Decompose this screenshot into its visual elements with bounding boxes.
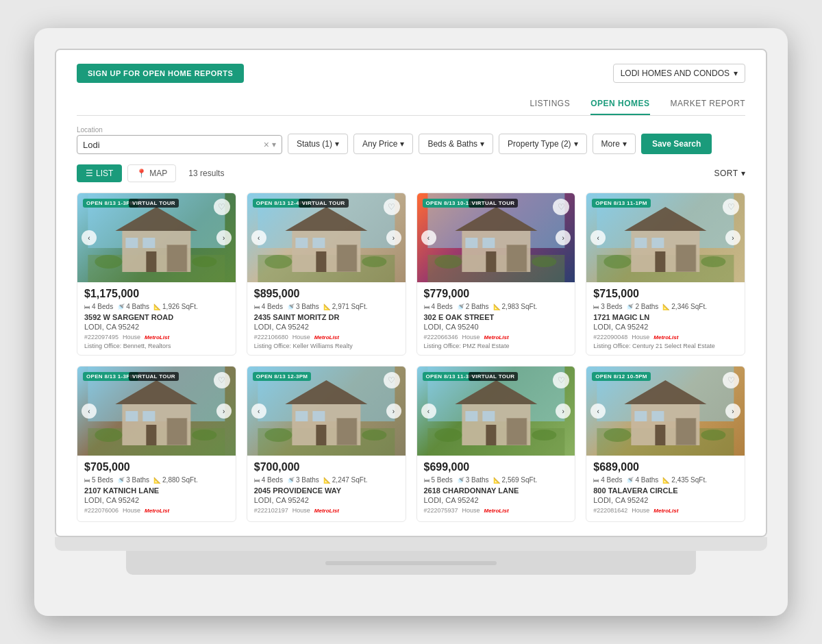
listing-office: Listing Office: Century 21 Select Real E… xyxy=(593,343,738,349)
listing-office: Listing Office: Bennett, Realtors xyxy=(84,343,229,349)
listing-details: 🛏 4 Beds 🚿 2 Baths 📐 2,983 SqFt. xyxy=(424,303,569,310)
baths-detail: 🚿 3 Baths xyxy=(457,476,489,484)
image-prev-button[interactable]: ‹ xyxy=(590,404,606,419)
metrolist-logo: MetroList xyxy=(484,334,509,340)
bed-icon: 🛏 xyxy=(254,477,260,484)
tab-market-report[interactable]: MARKET REPORT xyxy=(671,93,745,115)
favorite-button[interactable]: ♡ xyxy=(214,199,230,215)
clear-location-icon[interactable]: × xyxy=(264,139,269,150)
listing-card[interactable]: OPEN 8/13 10-12PM VIRTUAL TOUR ‹ › ♡ $77… xyxy=(416,193,576,356)
ruler-icon: 📐 xyxy=(323,304,331,310)
listing-card[interactable]: OPEN 8/13 11-1PM ‹ › ♡ $715,000 🛏 3 Beds… xyxy=(586,193,745,356)
nav-tabs: LISTINGS OPEN HOMES MARKET REPORT xyxy=(77,93,745,116)
beds-detail: 🛏 4 Beds xyxy=(254,476,283,484)
bath-icon: 🚿 xyxy=(626,304,634,310)
image-next-button[interactable]: › xyxy=(725,230,740,245)
svg-point-53 xyxy=(95,428,122,442)
image-prev-button[interactable]: ‹ xyxy=(251,230,266,245)
image-next-button[interactable]: › xyxy=(386,404,401,419)
svg-rect-84 xyxy=(635,411,647,421)
bath-icon: 🚿 xyxy=(117,477,125,484)
sqft-detail: 📐 2,880 SqFt. xyxy=(153,476,198,484)
listing-meta: #222076006 House MetroList xyxy=(84,507,229,514)
listing-meta: #222090048 House MetroList xyxy=(593,334,738,340)
image-next-button[interactable]: › xyxy=(556,230,571,245)
svg-rect-52 xyxy=(142,411,155,421)
bath-icon: 🚿 xyxy=(457,477,464,484)
listing-info: $779,000 🛏 4 Beds 🚿 2 Baths 📐 2,983 SqFt… xyxy=(417,282,575,355)
bed-icon: 🛏 xyxy=(424,477,430,484)
image-next-button[interactable]: › xyxy=(216,404,232,419)
svg-rect-40 xyxy=(635,238,647,248)
image-prev-button[interactable]: ‹ xyxy=(590,230,606,245)
beds-detail: 🛏 3 Beds xyxy=(593,303,622,310)
location-input[interactable] xyxy=(83,140,264,150)
listing-type: House xyxy=(123,334,140,340)
favorite-button[interactable]: ♡ xyxy=(214,372,230,388)
map-view-button[interactable]: 📍 MAP xyxy=(127,164,176,182)
status-filter-button[interactable]: Status (1) ▾ xyxy=(288,134,348,154)
metrolist-logo: MetroList xyxy=(314,508,339,514)
sort-button[interactable]: SORT ▾ xyxy=(714,169,745,178)
more-chevron-icon: ▾ xyxy=(623,139,627,149)
favorite-button[interactable]: ♡ xyxy=(384,372,400,388)
sort-chevron-icon: ▾ xyxy=(741,169,746,178)
svg-rect-62 xyxy=(295,411,308,421)
list-view-button[interactable]: ☰ LIST xyxy=(77,164,122,182)
tab-open-homes[interactable]: OPEN HOMES xyxy=(590,93,649,115)
tab-listings[interactable]: LISTINGS xyxy=(530,93,571,115)
favorite-button[interactable]: ♡ xyxy=(384,199,400,215)
svg-rect-19 xyxy=(312,238,325,248)
open-home-badge: OPEN 8/13 11-1PM xyxy=(592,199,651,208)
image-prev-button[interactable]: ‹ xyxy=(82,404,97,419)
svg-point-21 xyxy=(362,256,386,267)
svg-point-75 xyxy=(434,428,462,442)
price-filter-button[interactable]: Any Price ▾ xyxy=(353,134,413,154)
listing-card[interactable]: OPEN 8/13 11-3PM VIRTUAL TOUR ‹ › ♡ $699… xyxy=(416,366,576,522)
listing-card[interactable]: OPEN 8/13 1-3PM VIRTUAL TOUR ‹ › ♡ $705,… xyxy=(77,366,236,522)
location-input-label: Location xyxy=(77,126,282,134)
image-prev-button[interactable]: ‹ xyxy=(251,404,266,419)
save-search-button[interactable]: Save Search xyxy=(641,134,712,154)
filter-bar: Location × ▾ Status (1) ▾ Any Price ▾ xyxy=(77,126,745,154)
favorite-button[interactable]: ♡ xyxy=(723,372,739,388)
favorite-button[interactable]: ♡ xyxy=(723,199,739,215)
ruler-icon: 📐 xyxy=(662,304,670,310)
listing-card[interactable]: OPEN 8/13 1-3PM VIRTUAL TOUR ‹ › ♡ $1,17… xyxy=(77,193,236,356)
listing-mls: #222102197 xyxy=(254,507,288,514)
open-home-badge: OPEN 8/12 10-5PM xyxy=(592,372,651,381)
svg-point-43 xyxy=(701,256,726,267)
svg-rect-72 xyxy=(486,425,496,445)
beds-detail: 🛏 4 Beds xyxy=(84,303,113,310)
sqft-detail: 📐 2,983 SqFt. xyxy=(493,303,538,310)
property-type-filter-button[interactable]: Property Type (2) ▾ xyxy=(499,134,586,154)
svg-point-76 xyxy=(532,430,556,441)
listing-image: OPEN 8/13 12-4PM VIRTUAL TOUR ‹ › ♡ xyxy=(247,193,406,282)
location-selector[interactable]: LODI HOMES AND CONDOS ▾ xyxy=(613,64,745,83)
image-next-button[interactable]: › xyxy=(556,404,571,419)
open-home-badge: OPEN 8/13 12-3PM xyxy=(253,372,312,381)
image-prev-button[interactable]: ‹ xyxy=(82,230,97,245)
location-selector-label: LODI HOMES AND CONDOS xyxy=(621,69,730,78)
image-next-button[interactable]: › xyxy=(216,230,232,245)
listing-type: House xyxy=(462,507,480,514)
signup-open-home-button[interactable]: SIGN UP FOR OPEN HOME REPORTS xyxy=(77,64,244,83)
listing-price: $689,000 xyxy=(593,461,738,473)
beds-baths-filter-button[interactable]: Beds & Baths ▾ xyxy=(419,134,493,154)
listing-meta: #222066346 House MetroList xyxy=(424,334,569,340)
bath-icon: 🚿 xyxy=(117,304,125,310)
image-prev-button[interactable]: ‹ xyxy=(421,404,436,419)
svg-rect-85 xyxy=(652,411,664,421)
listing-price: $699,000 xyxy=(424,461,569,473)
listing-card[interactable]: OPEN 8/12 10-5PM ‹ › ♡ $689,000 🛏 4 Beds… xyxy=(586,366,745,522)
bath-icon: 🚿 xyxy=(626,477,634,484)
image-next-button[interactable]: › xyxy=(725,404,740,419)
listing-card[interactable]: OPEN 8/13 12-4PM VIRTUAL TOUR ‹ › ♡ $895… xyxy=(247,193,406,356)
svg-point-9 xyxy=(95,255,122,269)
image-prev-button[interactable]: ‹ xyxy=(421,230,436,245)
more-filter-button[interactable]: More ▾ xyxy=(593,134,636,154)
bed-icon: 🛏 xyxy=(84,304,90,310)
property-type-chevron-icon: ▾ xyxy=(574,139,578,149)
listing-card[interactable]: OPEN 8/13 12-3PM ‹ › ♡ $700,000 🛏 4 Beds… xyxy=(247,366,406,522)
image-next-button[interactable]: › xyxy=(386,230,401,245)
